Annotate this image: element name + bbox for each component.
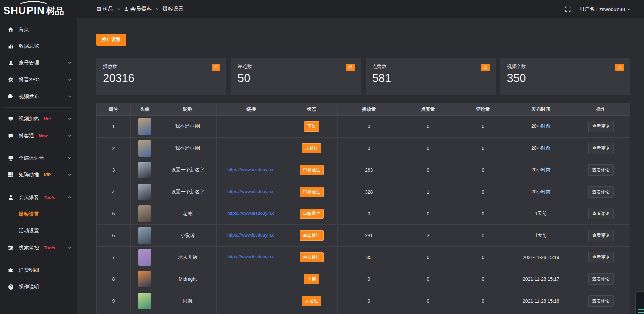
video-link[interactable]: https://www.iesdouyin.c [227,211,274,216]
total-badge: 总 [212,64,220,71]
sidebar-item-instructions[interactable]: ? 操作说明 [0,278,77,295]
sidebar-subitem-activity-settings[interactable]: 活动设置 [0,222,77,239]
cell-status: 审核通过 [285,181,338,203]
cell-action: 查看评论 [572,203,630,225]
view-comments-button[interactable]: 查看评论 [588,208,614,219]
view-comments-button[interactable]: 查看评论 [588,252,614,263]
cell-plays: 0 [338,290,400,312]
chevron-down-icon [68,94,72,98]
view-comments-button[interactable]: 查看评论 [588,164,614,176]
logo-arc-decoration [18,1,49,11]
comments-value: 0 [482,189,484,195]
likes-value: 3 [427,233,429,238]
chevron-down-icon [68,246,72,250]
table-row: 4 设置一个新名字 https://www.iesdouyin.c 审核通过 3… [97,181,630,203]
column-header: 链接 [216,103,285,116]
row-id: 2 [112,146,115,151]
breadcrumb-separator: > [156,7,159,12]
view-comments-button[interactable]: 查看评论 [588,230,614,241]
cell-avatar [130,159,159,181]
bar-chart-icon [8,43,14,49]
sidebar-divider [5,259,72,259]
video-link[interactable]: https://www.iesdouyin.c [227,232,274,238]
status-badge[interactable]: 审核通过 [300,230,324,241]
cell-comments: 0 [456,268,510,290]
cell-likes: 0 [400,159,456,181]
cell-nickname: 我不是小帅! [159,116,217,138]
sidebar-item-video-publish[interactable]: 视频发布 [0,88,77,105]
stat-card-likes: 点赞数 581 总 [366,58,496,95]
plays-value: 263 [365,167,373,173]
view-comments-button[interactable]: 查看评论 [588,273,614,285]
status-badge[interactable]: 审核通过 [300,209,324,219]
sidebar-item-douyin-seo[interactable]: 抖音SEO [0,71,77,88]
column-header: 头像 [130,103,159,116]
sidebar-item-label: 抖客通 [19,133,34,139]
status-badge[interactable]: 下架 [304,121,319,132]
row-id: 5 [112,211,115,216]
breadcrumb-separator: > [117,7,120,12]
cell-time: 1天前 [510,203,572,225]
sidebar-item-douketong[interactable]: 抖客通 New [0,127,77,144]
view-comments-button[interactable]: 查看评论 [588,295,614,307]
chevron-down-icon [68,156,72,160]
video-link[interactable]: https://www.iesdouyin.c [227,254,274,259]
video-camera-icon [8,94,14,99]
view-comments-button[interactable]: 查看评论 [588,121,614,132]
total-badge: 总 [481,64,490,71]
sidebar-item-matrix-boost[interactable]: 矩阵助推 VIP [0,166,77,183]
cell-comments: 0 [456,116,510,138]
stat-cards: 播放数 20316 总 评论数 50 总 点赞数 581 总 视频个数 350 … [96,58,630,95]
cell-time: 20小时前 [510,159,572,181]
cell-link [216,116,285,138]
cell-avatar [130,312,159,314]
view-comments-button[interactable]: 查看评论 [588,143,614,154]
breadcrumb-item-member-baoke[interactable]: 会员爆客 [124,6,152,13]
table-row: 5 老彬 https://www.iesdouyin.c 审核通过 0 0 0 … [97,203,630,225]
status-badge[interactable]: 未通过 [302,143,321,153]
dashboard-icon [96,7,101,11]
widget-line [638,309,644,310]
video-link[interactable]: https://www.iesdouyin.c [227,189,274,194]
stat-card-label: 播放数 [103,64,220,70]
breadcrumb-label: 会员爆客 [130,6,152,13]
cell-nickname: 我不是小帅! [159,138,217,159]
sidebar-item-member-baoke[interactable]: 会员爆客 Tools [0,189,77,206]
video-link[interactable]: https://www.iesdouyin.c [227,167,274,172]
fullscreen-icon[interactable] [565,6,571,12]
cell-plays: 281 [338,225,400,247]
cell-comments: 0 [456,225,510,247]
cell-plays [338,312,400,314]
row-id: 9 [112,298,115,304]
floating-support-widget[interactable] [635,291,644,314]
sidebar-item-account-mgmt[interactable]: 账号管理 [0,54,77,71]
sidebar-item-label: 全媒体运营 [19,155,44,161]
breadcrumb-item-home[interactable]: 树品 [96,6,113,13]
view-comments-button[interactable]: 查看评论 [588,186,614,198]
promotion-settings-button[interactable]: 推广设置 [96,34,126,46]
sidebar-item-video-heat[interactable]: 视频加热 Hot [0,110,77,127]
avatar [138,118,151,135]
total-badge: 总 [615,64,624,71]
comments-value: 0 [482,167,484,173]
sidebar-subitem-baoke-settings[interactable]: 爆客设置 [0,206,77,222]
cell-action: 查看评论 [572,181,630,203]
breadcrumb-label: 爆客设置 [162,6,184,13]
sidebar-item-consumption-detail[interactable]: 消费明细 [0,262,77,278]
widget-line [638,312,644,313]
status-badge[interactable]: 下架 [304,274,319,284]
nickname-text: 设置一个新名字 [171,189,204,194]
cell-time: 2021-11-28 15:17 [510,268,572,290]
status-badge[interactable]: 审核通过 [300,165,324,175]
status-badge[interactable]: 审核通过 [300,252,324,262]
likes-value: 0 [427,211,429,216]
sidebar-item-home[interactable]: 首页 [0,21,77,38]
sidebar-item-all-media[interactable]: 全媒体运营 [0,150,77,166]
username-value: zswodun88 [599,6,625,12]
status-badge[interactable]: 审核通过 [300,187,324,197]
sidebar-item-clue-monitor[interactable]: 线索监控 Tools [0,239,77,256]
status-badge[interactable]: 未通过 [302,296,321,306]
publish-time: 20小时前 [531,145,551,151]
user-menu[interactable]: 用户名： zswodun88 [579,6,631,12]
sidebar-item-data-overview[interactable]: 数据总览 [0,38,77,54]
